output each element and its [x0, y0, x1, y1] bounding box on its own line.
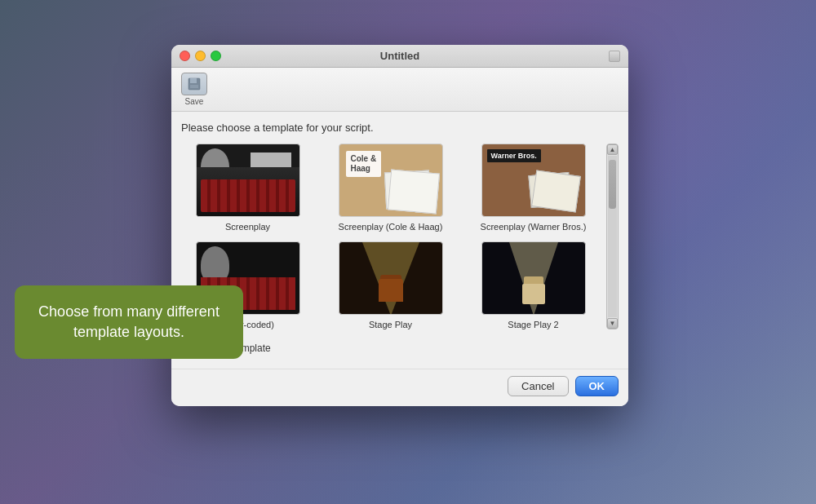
warner-label: Warner Bros. — [487, 149, 541, 162]
scroll-thumb[interactable] — [609, 160, 616, 209]
template-thumb-screenplay — [196, 144, 300, 217]
ok-button[interactable]: OK — [575, 376, 619, 396]
template-cole-haag[interactable]: Cole &Haag Screenplay (Cole & Haag) — [324, 144, 457, 232]
template-label-stageplay: Stage Play — [369, 320, 412, 329]
svg-rect-2 — [190, 85, 198, 88]
tooltip-box: Choose from many different template layo… — [15, 285, 243, 359]
close-button[interactable] — [180, 51, 190, 61]
template-label-stageplay2: Stage Play 2 — [508, 320, 558, 329]
instruction-text: Please choose a template for your script… — [181, 122, 619, 134]
template-stageplay[interactable]: Stage Play — [324, 241, 457, 329]
svg-rect-1 — [190, 78, 197, 83]
window-title: Untitled — [380, 50, 419, 62]
maximize-button[interactable] — [211, 51, 221, 61]
checkbox-row: use this template — [181, 338, 619, 359]
save-label: Save — [185, 97, 204, 106]
tooltip-text: Choose from many different template layo… — [34, 302, 224, 343]
scroll-up-arrow[interactable]: ▲ — [607, 144, 618, 155]
thumb-theater — [197, 167, 299, 216]
template-thumb-stageplay — [339, 241, 443, 315]
minimize-button[interactable] — [195, 51, 206, 61]
templates-wrapper: Screenplay Cole &Haag Screenplay (Cole &… — [181, 144, 619, 329]
template-stageplay2[interactable]: Stage Play 2 — [467, 241, 600, 329]
save-icon — [181, 73, 207, 95]
scroll-track[interactable] — [608, 156, 617, 317]
cole-papers — [387, 169, 439, 214]
template-label-screenplay: Screenplay — [225, 222, 270, 232]
window-controls — [180, 51, 221, 61]
template-thumb-cole: Cole &Haag — [339, 144, 443, 217]
template-screenplay[interactable]: Screenplay — [181, 144, 314, 232]
toolbar: Save — [171, 68, 628, 112]
scrollbar[interactable]: ▲ ▼ — [606, 144, 619, 329]
thumb-seats — [201, 179, 295, 212]
resize-handle[interactable] — [609, 51, 620, 62]
template-thumb-warner: Warner Bros. — [481, 144, 586, 217]
stageplay2-chair — [522, 284, 545, 304]
scroll-down-arrow[interactable]: ▼ — [607, 318, 618, 329]
save-toolbar-btn[interactable]: Save — [181, 73, 207, 106]
stageplay-chair — [379, 279, 403, 302]
templates-grid: Screenplay Cole &Haag Screenplay (Cole &… — [181, 144, 600, 329]
warner-paper1 — [531, 170, 581, 212]
bottom-bar: Cancel OK — [171, 369, 628, 406]
cancel-button[interactable]: Cancel — [508, 376, 568, 396]
template-label-warner: Screenplay (Warner Bros.) — [481, 222, 587, 232]
cole-label: Cole &Haag — [346, 151, 382, 177]
titlebar: Untitled — [171, 45, 628, 68]
template-warner[interactable]: Warner Bros. Screenplay (Warner Bros.) — [467, 144, 600, 232]
template-label-cole: Screenplay (Cole & Haag) — [339, 222, 443, 232]
template-thumb-stageplay2 — [481, 241, 586, 315]
